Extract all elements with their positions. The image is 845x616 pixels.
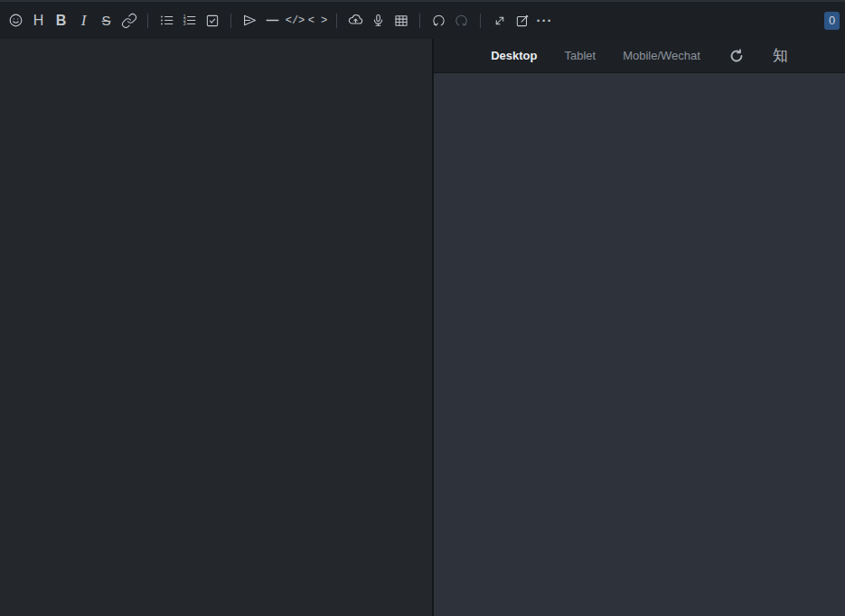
- edit-preview-icon: [514, 13, 530, 29]
- inline-code-button[interactable]: < >: [306, 7, 329, 34]
- italic-button[interactable]: I: [72, 7, 95, 34]
- redo-icon: [453, 12, 470, 29]
- emoji-button[interactable]: [5, 7, 27, 34]
- preview-content: [434, 73, 845, 616]
- link-icon: [121, 13, 137, 29]
- markdown-source-editor[interactable]: [0, 39, 432, 616]
- svg-text:3: 3: [183, 21, 186, 26]
- zhihu-icon: 知: [773, 48, 788, 63]
- ordered-list-icon: 1 2 3: [181, 12, 198, 29]
- inline-code-icon: < >: [308, 15, 328, 26]
- link-button[interactable]: [117, 7, 140, 34]
- bold-button[interactable]: B: [50, 7, 72, 34]
- toolbar-separator: [336, 14, 337, 28]
- toolbar-separator: [480, 14, 481, 28]
- send-button[interactable]: [239, 7, 261, 34]
- code-block-icon: </>: [286, 15, 305, 26]
- emoji-icon: [7, 12, 24, 29]
- ordered-list-button[interactable]: 1 2 3: [178, 7, 201, 34]
- table-button[interactable]: [390, 7, 412, 34]
- undo-icon: [430, 12, 447, 29]
- word-count-badge: 0: [824, 12, 840, 30]
- italic-icon: I: [81, 13, 87, 28]
- upload-button[interactable]: [344, 7, 367, 34]
- refresh-button[interactable]: [728, 47, 746, 65]
- heading-icon: H: [33, 14, 44, 28]
- preview-header: Desktop Tablet Mobile/Wechat 知: [434, 39, 845, 73]
- task-list-icon: [204, 13, 221, 29]
- tab-tablet[interactable]: Tablet: [564, 49, 596, 62]
- heading-button[interactable]: H: [27, 7, 50, 34]
- toolbar-separator: [147, 14, 148, 28]
- horizontal-rule-icon: [264, 12, 281, 29]
- redo-button[interactable]: [450, 7, 473, 34]
- undo-button[interactable]: [427, 7, 450, 34]
- task-list-button[interactable]: [201, 7, 223, 34]
- send-icon: [241, 12, 258, 29]
- toolbar-separator: [230, 14, 231, 28]
- more-icon: ···: [537, 14, 553, 27]
- microphone-button[interactable]: [367, 7, 390, 34]
- unordered-list-icon: [158, 12, 175, 29]
- fullscreen-button[interactable]: [488, 7, 511, 34]
- tab-desktop[interactable]: Desktop: [491, 49, 537, 62]
- strikethrough-button[interactable]: S: [95, 7, 117, 34]
- refresh-icon: [728, 47, 746, 65]
- editor-toolbar: H B I S: [0, 0, 845, 39]
- bold-icon: B: [56, 14, 67, 28]
- table-icon: [393, 13, 409, 29]
- tab-mobile-wechat[interactable]: Mobile/Wechat: [623, 49, 700, 62]
- app-window: H B I S: [0, 0, 845, 616]
- strikethrough-icon: S: [101, 14, 110, 27]
- horizontal-rule-button[interactable]: [261, 7, 284, 34]
- more-button[interactable]: ···: [533, 7, 556, 34]
- code-block-button[interactable]: </>: [284, 7, 306, 34]
- fullscreen-icon: [492, 13, 508, 29]
- toolbar-separator: [419, 14, 420, 28]
- unordered-list-button[interactable]: [155, 7, 178, 34]
- edit-preview-button[interactable]: [511, 7, 533, 34]
- preview-pane: Desktop Tablet Mobile/Wechat 知: [434, 39, 845, 616]
- upload-icon: [347, 12, 364, 29]
- microphone-icon: [370, 12, 387, 29]
- zhihu-export-button[interactable]: 知: [773, 48, 788, 63]
- main-split: Desktop Tablet Mobile/Wechat 知: [0, 39, 845, 616]
